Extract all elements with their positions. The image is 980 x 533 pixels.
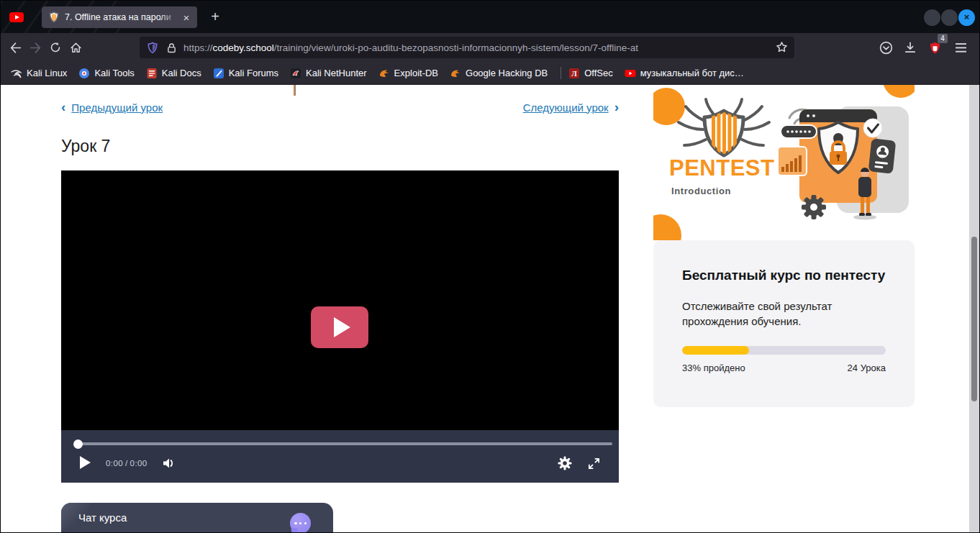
menu-button[interactable] <box>950 37 971 58</box>
codeby-shield-icon <box>48 12 60 23</box>
bookmark-kali-forums[interactable]: Kali Forums <box>213 68 278 79</box>
seek-bar[interactable] <box>75 442 612 445</box>
url-domain: codeby.school <box>213 42 274 53</box>
promo-subtitle-text: Introduction <box>671 186 731 196</box>
course-description: Отслеживайте свой результат прохождения … <box>682 299 886 330</box>
settings-button[interactable] <box>557 455 573 471</box>
hamburger-icon <box>955 42 967 53</box>
course-progress-bar <box>682 346 886 355</box>
downloads-button[interactable] <box>900 37 920 58</box>
chevron-right-icon: › <box>614 101 619 114</box>
lesson-navigation: ‹ Предыдущий урок Следующий урок › <box>61 101 619 115</box>
offsec-icon: Л <box>568 68 580 79</box>
bookmark-google-hacking-db[interactable]: Google Hacking DB <box>450 68 548 79</box>
security-illustration <box>778 106 909 220</box>
url-text: https://codeby.school/training/view/urok… <box>183 42 770 53</box>
video-area[interactable] <box>61 170 619 430</box>
course-progress-labels: 33% пройдено 24 Урока <box>682 363 886 373</box>
gear-icon <box>558 456 572 470</box>
home-icon <box>70 42 82 54</box>
lessons-count-label: 24 Урока <box>848 363 886 373</box>
bookmarks-bar: Kali Linux Kali Tools Kali Docs Kali For… <box>1 62 979 85</box>
youtube-icon <box>625 68 636 79</box>
tab-close-icon[interactable]: × <box>180 12 193 23</box>
bookmark-star-icon[interactable] <box>776 41 788 53</box>
toolbar: https://codeby.school/training/view/urok… <box>1 33 979 62</box>
time-display: 0:00/0:00 <box>106 459 148 468</box>
kali-forums-icon <box>213 68 224 79</box>
page-scrollbar-track[interactable] <box>969 85 979 533</box>
player-controls: 0:00/0:00 <box>61 430 619 483</box>
kali-tools-icon <box>78 68 90 79</box>
bookmark-kali-tools[interactable]: Kali Tools <box>78 68 134 79</box>
titlebar: 7. Offline атака на пароли × + × <box>1 1 979 33</box>
lock-icon <box>167 42 176 53</box>
kali-nethunter-icon <box>290 68 301 79</box>
back-button[interactable] <box>5 37 25 58</box>
home-button[interactable] <box>65 37 86 58</box>
course-promo-banner[interactable]: PENTEST Introduction <box>653 85 915 240</box>
bookmark-youtube-music-bot[interactable]: музыкальный бот дис… <box>625 68 744 79</box>
page-scrollbar-thumb[interactable] <box>971 237 977 401</box>
tab-active[interactable]: 7. Offline атака на пароли × <box>42 6 197 28</box>
bookmark-offsec[interactable]: Л OffSec <box>568 68 613 79</box>
fullscreen-button[interactable] <box>586 455 602 471</box>
next-lesson-link[interactable]: Следующий урок › <box>523 101 619 114</box>
course-chat-card[interactable]: Чат курса <box>61 503 333 533</box>
progress-percent-label: 33% пройдено <box>682 363 745 373</box>
bookmark-exploit-db[interactable]: Exploit-DB <box>378 68 438 79</box>
new-tab-button[interactable]: + <box>207 9 224 26</box>
volume-button[interactable] <box>160 455 176 471</box>
fullscreen-icon <box>587 457 601 470</box>
forward-button[interactable] <box>25 37 45 58</box>
browser-window: 7. Offline атака на пароли × + × https:/… <box>0 0 980 533</box>
big-play-button[interactable] <box>311 306 368 348</box>
spider-shield-logo <box>679 99 769 155</box>
minimize-button[interactable] <box>924 9 940 26</box>
pocket-icon <box>879 41 893 55</box>
adblock-extension-button[interactable]: 4 <box>925 37 945 58</box>
page-title: Урок 7 <box>61 137 110 156</box>
bookmarks-separator <box>561 67 561 79</box>
reload-icon <box>50 42 61 53</box>
pocket-button[interactable] <box>876 37 896 58</box>
chevron-left-icon: ‹ <box>61 101 65 114</box>
close-button[interactable]: × <box>958 9 975 26</box>
play-button[interactable] <box>80 456 91 469</box>
course-progress-card: Бесплатный курс по пентесту Отслеживайте… <box>653 240 915 407</box>
maximize-button[interactable] <box>941 9 958 26</box>
volume-icon <box>161 456 176 470</box>
kali-linux-icon <box>11 68 22 79</box>
course-title: Бесплатный курс по пентесту <box>682 266 886 285</box>
chat-title: Чат курса <box>78 511 127 524</box>
tracking-shield-icon <box>147 42 158 54</box>
promo-brand-text: PENTEST <box>669 155 774 181</box>
tab-title: 7. Offline атака на пароли <box>65 12 178 22</box>
clipped-page-element <box>294 85 296 96</box>
svg-text:Л: Л <box>571 70 577 78</box>
url-bar[interactable]: https://codeby.school/training/view/urok… <box>140 37 794 58</box>
youtube-icon[interactable] <box>9 12 24 22</box>
reload-button[interactable] <box>45 37 65 58</box>
page-content: ‹ Предыдущий урок Следующий урок › Урок … <box>1 85 979 533</box>
back-icon <box>9 42 22 54</box>
bookmark-kali-nethunter[interactable]: Kali NetHunter <box>290 68 367 79</box>
download-icon <box>904 41 917 54</box>
window-controls: × <box>924 9 975 26</box>
google-hacking-db-icon <box>450 68 461 79</box>
bookmark-kali-docs[interactable]: Kali Docs <box>146 68 201 79</box>
course-progress-fill <box>682 346 749 355</box>
extension-badge: 4 <box>938 34 948 43</box>
prev-lesson-link[interactable]: ‹ Предыдущий урок <box>61 101 163 114</box>
exploit-db-icon <box>378 68 390 79</box>
seek-thumb[interactable] <box>73 439 83 449</box>
video-player: 0:00/0:00 <box>61 170 619 483</box>
forward-icon <box>30 42 42 54</box>
kali-docs-icon <box>146 68 158 79</box>
chat-bubble-icon[interactable] <box>290 513 311 533</box>
bookmark-kali-linux[interactable]: Kali Linux <box>11 68 67 79</box>
